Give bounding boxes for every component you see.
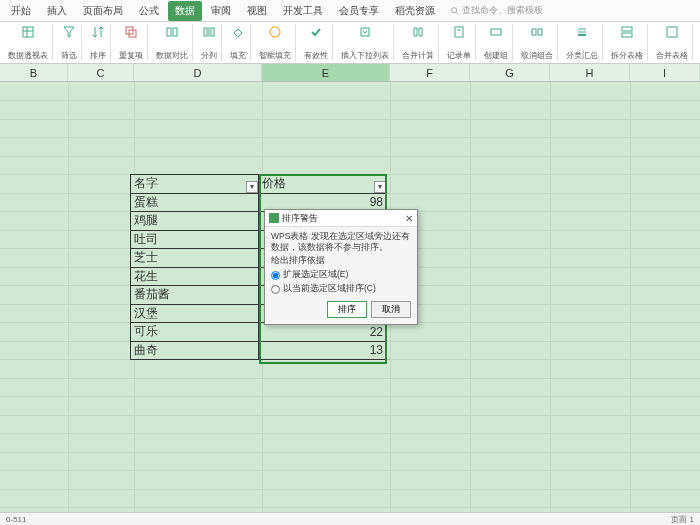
dialog-option-current[interactable]: 以当前选定区域排序(C) [271, 283, 411, 295]
ribbon-split[interactable]: 分列 [197, 24, 222, 61]
menu-tab-formula[interactable]: 公式 [132, 1, 166, 21]
menu-tab-docer[interactable]: 稻壳资源 [388, 1, 442, 21]
sheet-area[interactable]: 名字 价格 蛋糕98鸡腿吐司芝士花生番茄酱50汉堡45可乐22曲奇13 ▾ ▾ … [0, 82, 700, 512]
dialog-message: WPS表格 发现在选定区域旁边还有数据，该数据将不参与排序。 [271, 231, 411, 252]
mergetbl-icon [664, 24, 680, 40]
cell-name[interactable]: 可乐 [131, 323, 259, 342]
ribbon-splittbl[interactable]: 拆分表格 [607, 24, 648, 61]
header-name[interactable]: 名字 [131, 175, 259, 194]
cell-price[interactable]: 22 [259, 323, 387, 342]
dialog-titlebar: 排序警告 ✕ [265, 210, 417, 227]
dialog-option-expand[interactable]: 扩展选定区域(E) [271, 269, 411, 281]
cell-price[interactable]: 13 [259, 341, 387, 360]
cell-name[interactable]: 花生 [131, 267, 259, 286]
svg-rect-22 [622, 27, 632, 31]
svg-rect-8 [173, 28, 177, 36]
dropdown-icon [357, 24, 373, 40]
ribbon-mergetbl[interactable]: 合并表格 [652, 24, 693, 61]
ribbon-valid[interactable]: 有效性 [300, 24, 333, 61]
cell-name[interactable]: 芝士 [131, 249, 259, 268]
search-icon [450, 6, 460, 16]
sort-button[interactable]: 排序 [327, 301, 367, 318]
ribbon-group[interactable]: 创建组 [480, 24, 513, 61]
sort-warning-dialog: 排序警告 ✕ WPS表格 发现在选定区域旁边还有数据，该数据将不参与排序。 给出… [264, 209, 418, 325]
sort-icon [90, 24, 106, 40]
close-icon[interactable]: ✕ [405, 213, 413, 224]
col-header-H[interactable]: H [550, 64, 630, 81]
filter-button-price[interactable]: ▾ [374, 181, 386, 193]
cell-name[interactable]: 曲奇 [131, 341, 259, 360]
status-left: 0-511 [6, 515, 26, 524]
menu-tab-layout[interactable]: 页面布局 [76, 1, 130, 21]
column-header-row: BCDEFGHI [0, 64, 700, 82]
ribbon-fill[interactable]: 填充 [226, 24, 251, 61]
ribbon-subtotal[interactable]: 分类汇总 [562, 24, 603, 61]
filter-button-name[interactable]: ▾ [246, 181, 258, 193]
cell-name[interactable]: 蛋糕 [131, 193, 259, 212]
radio-expand[interactable] [271, 271, 280, 280]
col-header-C[interactable]: C [68, 64, 134, 81]
svg-rect-14 [455, 27, 463, 37]
ribbon-filter[interactable]: 筛选 [57, 24, 82, 61]
ribbon-dropdown[interactable]: 插入下拉列表 [337, 24, 394, 61]
ribbon-sort[interactable]: 排序 [86, 24, 111, 61]
svg-point-12 [270, 27, 280, 37]
svg-line-1 [456, 12, 458, 14]
svg-rect-7 [167, 28, 171, 36]
ribbon: 数据透视表筛选排序重复项数据对比分列填充智能填充有效性插入下拉列表合并计算记录单… [0, 22, 700, 64]
splittbl-icon [619, 24, 635, 40]
ungroup-icon [529, 24, 545, 40]
status-bar: 0-511 页面 1 [0, 512, 700, 525]
menu-tab-dev[interactable]: 开发工具 [276, 1, 330, 21]
record-icon [451, 24, 467, 40]
svg-rect-2 [23, 27, 33, 37]
ribbon-aifill[interactable]: 智能填充 [255, 24, 296, 61]
menu-tab-member[interactable]: 会员专享 [332, 1, 386, 21]
ribbon-dup[interactable]: 重复项 [115, 24, 148, 61]
cell-name[interactable]: 吐司 [131, 230, 259, 249]
ribbon-ungroup[interactable]: 取消组合 [517, 24, 558, 61]
status-right: 页面 1 [671, 514, 694, 525]
app-icon [269, 213, 279, 223]
fill-icon [230, 24, 246, 40]
dialog-subtitle: 给出排序依据 [271, 255, 411, 267]
menu-tab-view[interactable]: 视图 [240, 1, 274, 21]
col-header-I[interactable]: I [630, 64, 700, 81]
radio-current[interactable] [271, 285, 280, 294]
menu-tab-insert[interactable]: 插入 [40, 1, 74, 21]
dialog-title: 排序警告 [282, 212, 318, 225]
table-header-row: 名字 价格 [131, 175, 387, 194]
svg-rect-24 [667, 27, 677, 37]
svg-rect-16 [491, 29, 501, 35]
col-header-F[interactable]: F [390, 64, 470, 81]
valid-icon [308, 24, 324, 40]
ribbon-merge[interactable]: 合并计算 [398, 24, 439, 61]
svg-rect-23 [622, 33, 632, 37]
cell-name[interactable]: 汉堡 [131, 304, 259, 323]
subtotal-icon [574, 24, 590, 40]
merge-icon [410, 24, 426, 40]
col-header-B[interactable]: B [0, 64, 68, 81]
compare-icon [164, 24, 180, 40]
ribbon-compare[interactable]: 数据对比 [152, 24, 193, 61]
menu-tab-start[interactable]: 开始 [4, 1, 38, 21]
menu-tab-data[interactable]: 数据 [168, 1, 202, 21]
menu-tab-review[interactable]: 审阅 [204, 1, 238, 21]
col-header-D[interactable]: D [134, 64, 262, 81]
aifill-icon [267, 24, 283, 40]
svg-rect-25 [269, 213, 279, 223]
header-price[interactable]: 价格 [259, 175, 387, 194]
col-header-G[interactable]: G [470, 64, 550, 81]
menu-search[interactable]: 查找命令、搜索模板 [450, 4, 543, 17]
svg-rect-18 [538, 29, 542, 35]
ribbon-pivot[interactable]: 数据透视表 [4, 24, 53, 61]
col-header-E[interactable]: E [262, 64, 390, 81]
ribbon-record[interactable]: 记录单 [443, 24, 476, 61]
table-row: 曲奇13 [131, 341, 387, 360]
cell-name[interactable]: 鸡腿 [131, 212, 259, 231]
cell-name[interactable]: 番茄酱 [131, 286, 259, 305]
dup-icon [123, 24, 139, 40]
group-icon [488, 24, 504, 40]
filter-icon [61, 24, 77, 40]
cancel-button[interactable]: 取消 [371, 301, 411, 318]
